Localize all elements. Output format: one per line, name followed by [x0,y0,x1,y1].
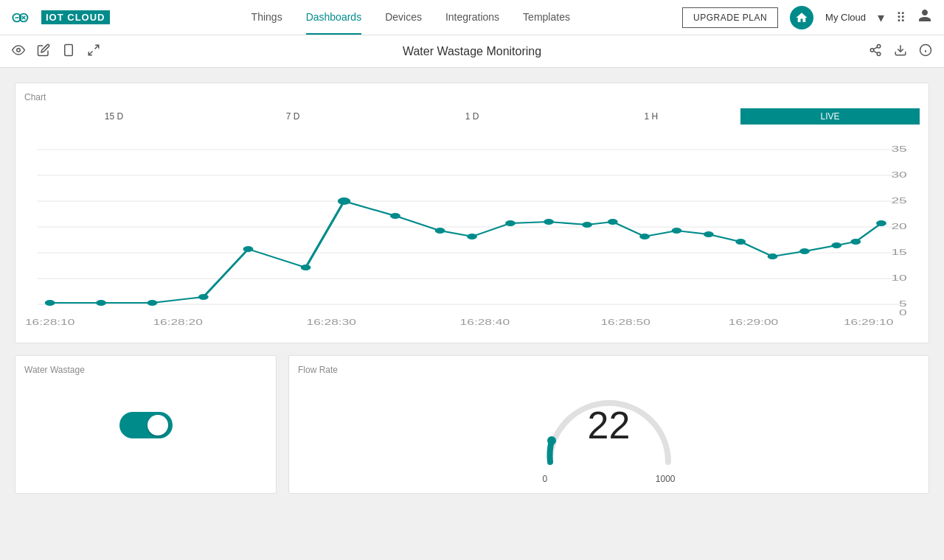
water-wastage-card: Water Wastage [15,355,277,494]
svg-point-45 [544,219,554,225]
nav-dashboards[interactable]: Dashboards [306,1,362,35]
svg-text:20: 20 [891,222,907,231]
toggle-knob [148,415,168,435]
nav-templates[interactable]: Templates [523,1,570,35]
svg-point-34 [45,300,55,306]
svg-point-39 [301,265,311,270]
svg-point-5 [17,48,21,52]
svg-point-43 [467,234,477,239]
svg-text:16:28:30: 16:28:30 [307,318,357,326]
svg-point-46 [582,222,592,228]
svg-point-53 [799,248,810,254]
svg-point-42 [435,228,445,234]
svg-point-48 [639,234,650,239]
bottom-row: Water Wastage Flow Rate 22 [15,355,929,494]
svg-point-40 [338,197,350,205]
gauge-value: 22 [588,403,631,447]
svg-rect-6 [65,44,73,55]
svg-text:15: 15 [891,248,906,256]
svg-point-38 [243,246,254,252]
svg-point-37 [198,294,209,300]
svg-point-12 [877,52,881,56]
nav-links: Things Dashboards Devices Integrations T… [139,1,683,35]
nav-integrations[interactable]: Integrations [445,1,499,35]
svg-line-14 [873,46,877,49]
svg-point-49 [672,228,682,234]
gauge-labels: 0 1000 [543,474,676,484]
svg-text:16:29:10: 16:29:10 [844,318,894,326]
svg-text:16:28:20: 16:28:20 [153,318,203,326]
toolbar-icons [12,43,100,60]
svg-point-47 [608,219,618,225]
device-icon[interactable] [62,43,75,60]
svg-point-36 [147,300,157,306]
logo-area[interactable]: IOT CLOUD [12,10,110,25]
svg-text:16:28:10: 16:28:10 [25,318,75,326]
navbar: IOT CLOUD Things Dashboards Devices Inte… [0,0,944,35]
svg-line-8 [95,45,99,49]
svg-text:10: 10 [891,273,907,282]
nav-things[interactable]: Things [251,1,282,35]
svg-point-50 [704,231,714,237]
svg-point-54 [831,242,841,248]
flow-rate-card: Flow Rate 22 0 1000 [288,355,929,494]
svg-point-55 [850,239,861,245]
gauge-min: 0 [543,474,548,484]
chart-time-buttons: 15 D 7 D 1 D 1 H LIVE [24,108,920,125]
main-content: Chart 15 D 7 D 1 D 1 H LIVE 35 30 25 [0,68,944,560]
svg-text:16:28:50: 16:28:50 [600,318,650,326]
svg-point-35 [96,300,106,306]
svg-line-9 [88,51,92,55]
svg-point-56 [876,220,886,226]
time-1h[interactable]: 1 H [561,108,740,125]
nav-devices[interactable]: Devices [385,1,422,35]
svg-text:5: 5 [899,299,907,308]
nav-right: UPGRADE PLAN My Cloud ▾ ⠿ [682,6,932,29]
svg-text:0: 0 [899,308,907,317]
svg-text:30: 30 [891,170,907,179]
svg-text:35: 35 [891,144,906,153]
chart-area: 35 30 25 20 15 10 5 0 [24,127,920,334]
toolbar: Water Wastage Monitoring [0,35,944,68]
gauge-container: 22 0 1000 [298,381,920,484]
my-cloud-icon[interactable] [790,6,813,29]
arduino-logo-icon [12,10,35,25]
time-15d[interactable]: 15 D [24,108,204,125]
share-icon[interactable] [869,43,882,60]
time-7d[interactable]: 7 D [204,108,383,125]
svg-point-41 [390,213,400,219]
chart-svg: 35 30 25 20 15 10 5 0 [24,127,920,334]
info-icon[interactable] [919,43,932,60]
toolbar-right [869,43,932,60]
svg-text:16:29:00: 16:29:00 [729,318,779,326]
svg-text:25: 25 [891,196,906,205]
download-icon[interactable] [894,43,907,60]
upgrade-plan-button[interactable]: UPGRADE PLAN [682,7,778,28]
water-wastage-label: Water Wastage [24,365,267,375]
fullscreen-icon[interactable] [87,43,100,60]
svg-point-51 [735,239,746,245]
svg-line-13 [873,51,877,53]
grid-icon[interactable]: ⠿ [896,10,906,26]
page-title: Water Wastage Monitoring [403,45,541,58]
svg-point-44 [505,220,516,226]
chart-label: Chart [24,92,920,102]
chart-card: Chart 15 D 7 D 1 D 1 H LIVE 35 30 25 [15,83,929,343]
view-icon[interactable] [12,43,25,60]
my-cloud-label[interactable]: My Cloud [825,12,866,23]
chevron-down-icon[interactable]: ▾ [878,10,884,26]
svg-point-10 [877,44,881,48]
svg-point-52 [768,253,778,259]
water-wastage-toggle[interactable] [119,412,173,438]
edit-icon[interactable] [37,43,50,60]
user-icon[interactable] [917,8,932,27]
time-live[interactable]: LIVE [740,108,920,125]
logo-text: IOT CLOUD [41,10,110,24]
flow-rate-label: Flow Rate [298,365,920,375]
svg-point-64 [547,436,556,445]
toggle-container [24,381,267,469]
svg-text:16:28:40: 16:28:40 [460,318,510,326]
gauge-max: 1000 [656,474,676,484]
svg-point-11 [870,48,874,52]
time-1d[interactable]: 1 D [383,108,562,125]
